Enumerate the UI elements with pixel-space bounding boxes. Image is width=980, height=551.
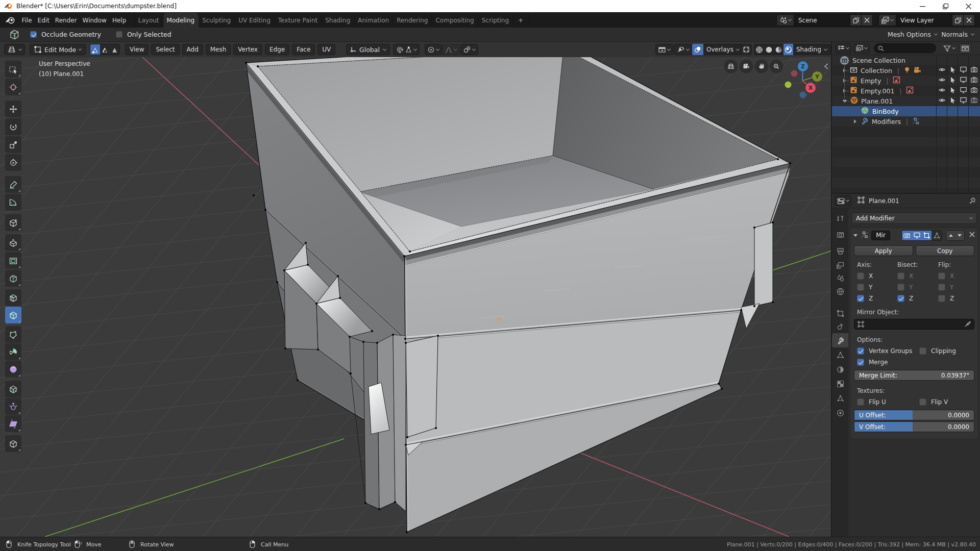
- viewport-display-icon[interactable]: [960, 97, 967, 105]
- render-visibility-icon[interactable]: [971, 97, 977, 105]
- display-realtime-toggle[interactable]: [912, 231, 922, 240]
- overlays-toggle-button[interactable]: [692, 44, 703, 55]
- tool-select-box[interactable]: [5, 61, 21, 78]
- flip-v-checkbox[interactable]: [919, 398, 926, 406]
- axis-x-checkbox[interactable]: [857, 272, 864, 280]
- properties-tab-tool[interactable]: [832, 211, 848, 226]
- merge-limit-slider[interactable]: Merge Limit: 0.03937": [854, 370, 974, 381]
- hide-viewport-eye-icon[interactable]: [939, 87, 945, 95]
- menu-vertex[interactable]: Vertex: [233, 44, 262, 55]
- occlude-geometry-checkbox[interactable]: [30, 31, 37, 38]
- tab-rendering[interactable]: Rendering: [393, 13, 432, 28]
- maximize-button[interactable]: [934, 0, 957, 12]
- tool-rotate[interactable]: [5, 118, 21, 135]
- properties-tab-scene[interactable]: [832, 271, 848, 285]
- tool-knife-topology[interactable]: [5, 307, 21, 323]
- properties-tab-particles[interactable]: [832, 347, 848, 362]
- properties-tab-object[interactable]: [832, 306, 848, 320]
- editor-type-button[interactable]: [4, 44, 25, 55]
- falloff-dropdown[interactable]: [442, 44, 460, 55]
- viewport-canvas[interactable]: User Perspective(10) Plane.001ZYX: [0, 57, 831, 537]
- properties-tab-view-layer[interactable]: [832, 258, 848, 272]
- xray-toggle-button[interactable]: [741, 44, 752, 55]
- shading-wireframe-button[interactable]: [754, 44, 764, 55]
- axis-z-checkbox[interactable]: [857, 295, 864, 302]
- tab-sculpting[interactable]: Sculpting: [199, 13, 235, 28]
- axis-y[interactable]: Y: [857, 284, 897, 291]
- tool-cursor[interactable]: [5, 79, 21, 95]
- add-modifier-dropdown[interactable]: Add Modifier: [851, 212, 977, 224]
- tab-animation[interactable]: Animation: [354, 13, 393, 28]
- properties-tab-physics[interactable]: [832, 362, 848, 377]
- menu-file[interactable]: File: [19, 13, 35, 28]
- apply-button[interactable]: Apply: [854, 245, 913, 256]
- menu-edit[interactable]: Edit: [35, 13, 52, 28]
- menu-select[interactable]: Select: [151, 44, 179, 55]
- flip-u[interactable]: Flip U: [857, 398, 919, 406]
- shading-label[interactable]: Shading: [793, 46, 824, 53]
- viewport-3d[interactable]: Edit Mode View Select Add Mesh Vertex Ed…: [0, 42, 831, 537]
- bisect-y-checkbox[interactable]: [897, 284, 904, 291]
- transform-orientation-dropdown[interactable]: Global: [346, 44, 390, 55]
- menu-uv[interactable]: UV: [317, 44, 335, 55]
- add-workspace-button[interactable]: +: [513, 13, 529, 28]
- occlude-geometry-option[interactable]: Occlude Geometry: [30, 31, 101, 38]
- tool-bevel[interactable]: [5, 270, 21, 287]
- properties-tab-texture[interactable]: [832, 377, 848, 391]
- tab-uv-editing[interactable]: UV Editing: [235, 13, 275, 28]
- pan-view-button[interactable]: [755, 60, 769, 73]
- bisect-y[interactable]: Y: [897, 284, 938, 291]
- scene-name-field[interactable]: Scene: [794, 15, 850, 26]
- camera-view-button[interactable]: [740, 60, 753, 73]
- view-layer-icon-button[interactable]: [879, 15, 896, 26]
- view-layer-copy-button[interactable]: [952, 15, 963, 26]
- face-select-button[interactable]: [110, 44, 119, 55]
- properties-tab-modifiers[interactable]: [832, 333, 848, 347]
- shading-solid-button[interactable]: [764, 44, 774, 55]
- flip-u-checkbox[interactable]: [857, 398, 864, 406]
- tool-move[interactable]: [5, 101, 21, 117]
- merge-checkbox[interactable]: [857, 359, 864, 366]
- close-button[interactable]: [957, 0, 980, 12]
- flip-x[interactable]: X: [938, 272, 977, 280]
- panel-expand-arrow[interactable]: [853, 234, 857, 237]
- tool-annotate[interactable]: [5, 176, 21, 193]
- proportional-editing-button[interactable]: [425, 44, 442, 55]
- tab-shading[interactable]: Shading: [322, 13, 354, 28]
- tool-smooth[interactable]: [5, 361, 21, 378]
- display-cage-toggle[interactable]: [932, 231, 941, 240]
- u-offset-slider[interactable]: U Offset: 0.0000: [854, 410, 974, 420]
- expand-arrow-icon[interactable]: [854, 119, 856, 123]
- vertex-groups[interactable]: Vertex Groups: [857, 347, 919, 355]
- copy-button[interactable]: Copy: [916, 245, 975, 256]
- tool-extrude-region[interactable]: [5, 234, 21, 251]
- overlays-label[interactable]: Overlays: [703, 46, 737, 53]
- snap-controls[interactable]: [393, 44, 420, 55]
- move-modifier-down-button[interactable]: [955, 231, 964, 240]
- menu-view[interactable]: View: [125, 44, 149, 55]
- render-visibility-icon[interactable]: [971, 77, 977, 85]
- shading-rendered-button[interactable]: [783, 44, 793, 55]
- tab-texture-paint[interactable]: Texture Paint: [275, 13, 322, 28]
- axis-x[interactable]: X: [857, 272, 897, 280]
- tool-measure[interactable]: [5, 194, 21, 211]
- viewport-display-icon[interactable]: [960, 87, 967, 95]
- properties-tab-object-data[interactable]: [832, 391, 848, 405]
- mesh-options-dropdown[interactable]: Mesh Options: [888, 31, 937, 38]
- clipping-checkbox[interactable]: [919, 347, 926, 355]
- hide-viewport-eye-icon[interactable]: [939, 97, 945, 105]
- display-editmode-toggle[interactable]: [922, 231, 932, 240]
- outliner-filter-type-dropdown[interactable]: [853, 43, 870, 54]
- gizmo-minus-z[interactable]: [800, 92, 806, 98]
- properties-tab-render[interactable]: [832, 228, 848, 242]
- flip-y[interactable]: Y: [938, 284, 977, 291]
- render-visibility-icon[interactable]: [971, 87, 977, 95]
- flip-z-checkbox[interactable]: [938, 295, 945, 302]
- outliner-display-mode-dropdown[interactable]: [835, 43, 851, 54]
- minimize-button[interactable]: [911, 0, 934, 12]
- remove-modifier-button[interactable]: [969, 232, 975, 239]
- tab-layout[interactable]: Layout: [134, 13, 163, 28]
- tool-spin[interactable]: [5, 343, 21, 360]
- normals-dropdown[interactable]: Normals: [941, 31, 974, 38]
- outliner-search-input[interactable]: [874, 43, 936, 53]
